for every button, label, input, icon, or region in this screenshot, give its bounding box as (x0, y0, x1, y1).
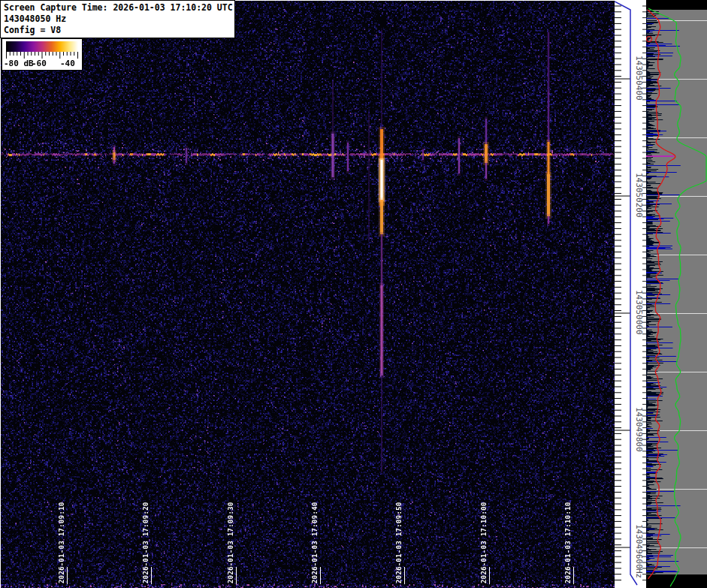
time-label: 2026-01-03 17:09:50 (395, 502, 403, 583)
time-tick (489, 567, 490, 584)
frequency-label: 143050400 (634, 56, 644, 101)
time-label: 2026-01-03 17:09:40 (311, 502, 319, 583)
time-label: 2026-01-03 17:09:10 (58, 502, 65, 583)
time-tick (404, 567, 405, 584)
spectrogram-app: Screen Capture Time: 2026-01-03 17:10:20… (0, 0, 707, 588)
spectrum-panel-canvas (646, 0, 707, 588)
time-label: 2026-01-03 17:09:20 (142, 502, 150, 583)
capture-info-box: Screen Capture Time: 2026-01-03 17:10:20… (0, 0, 235, 38)
time-label: 2026-01-03 17:09:30 (227, 502, 234, 583)
frequency-label: 143050000 (634, 290, 644, 335)
time-tick (67, 567, 68, 584)
colorbar-gradient (6, 41, 78, 52)
frequency-label: 143050200 (634, 173, 644, 218)
capture-time-text: Screen Capture Time: 2026-01-03 17:10:20… (4, 2, 231, 14)
center-frequency-text: 143048050 Hz (4, 14, 231, 25)
frequency-label: 143049600 (634, 524, 644, 569)
waterfall-canvas (0, 0, 615, 588)
frequency-unit-label: Hz (634, 568, 644, 578)
colorbar-legend: -80 dB -60 -40 (2, 38, 83, 71)
time-tick (573, 567, 574, 584)
frequency-label: 143049800 (634, 407, 644, 452)
colorbar-label-max: -40 (60, 59, 75, 68)
config-text: Config = V8 (4, 25, 231, 36)
time-tick (320, 567, 321, 584)
colorbar-label-mid: -60 (32, 59, 47, 68)
time-label: 2026-01-03 17:10:10 (564, 502, 572, 583)
time-tick (151, 567, 152, 584)
colorbar-label-min: -80 dB (4, 59, 34, 68)
time-tick (236, 567, 237, 584)
time-label: 2026-01-03 17:10:00 (480, 502, 488, 583)
